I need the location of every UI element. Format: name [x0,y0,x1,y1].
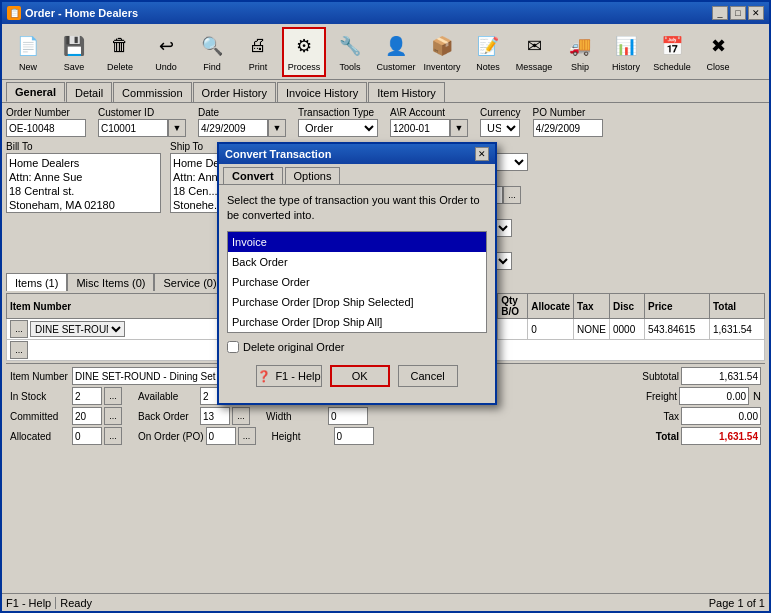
convert-dialog: Convert Transaction ✕ Convert Options Se… [217,142,497,405]
dialog-checkbox-row: Delete original Order [227,341,487,353]
dialog-close-button[interactable]: ✕ [475,147,489,161]
cancel-btn-label: Cancel [411,370,445,382]
dialog-list-item-back-order[interactable]: Back Order [228,252,486,272]
dialog-tab-convert[interactable]: Convert [223,167,283,184]
dialog-body: Select the type of transaction you want … [219,184,495,403]
dialog-footer: ❓ F1 - Help OK Cancel [227,361,487,395]
dialog-list-item-po-drop-ship-all[interactable]: Purchase Order [Drop Ship All] [228,312,486,332]
help-btn-label: F1 - Help [275,370,320,382]
dialog-help-button[interactable]: ❓ F1 - Help [256,365,321,387]
delete-original-label: Delete original Order [243,341,345,353]
help-icon: ❓ [257,370,271,383]
dialog-cancel-button[interactable]: Cancel [398,365,458,387]
dialog-instruction: Select the type of transaction you want … [227,193,487,223]
delete-original-checkbox[interactable] [227,341,239,353]
dialog-list-item-purchase-order[interactable]: Purchase Order [228,272,486,292]
dialog-list-item-invoice[interactable]: Invoice [228,232,486,252]
ok-btn-label: OK [352,370,368,382]
dialog-list: Invoice Back Order Purchase Order Purcha… [227,231,487,333]
dialog-ok-button[interactable]: OK [330,365,390,387]
dialog-tab-strip: Convert Options [219,164,495,184]
dialog-tab-options[interactable]: Options [285,167,341,184]
dialog-title-text: Convert Transaction [225,148,331,160]
dialog-title-bar: Convert Transaction ✕ [219,144,495,164]
dialog-list-item-po-drop-ship-selected[interactable]: Purchase Order [Drop Ship Selected] [228,292,486,312]
